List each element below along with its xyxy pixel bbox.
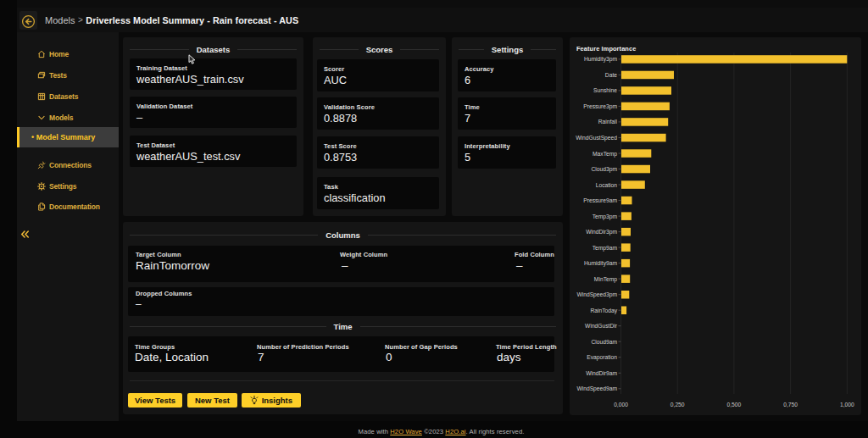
svg-text:WindDir3pm: WindDir3pm xyxy=(586,229,617,236)
svg-text:Location: Location xyxy=(596,182,618,188)
svg-text:Pressure9am: Pressure9am xyxy=(583,197,617,203)
svg-text:WindSpeed3pm: WindSpeed3pm xyxy=(576,291,617,298)
svg-text:Sunshine: Sunshine xyxy=(593,87,617,93)
svg-text:Pressure3pm: Pressure3pm xyxy=(583,103,617,110)
svg-text:WindSpeed9am: WindSpeed9am xyxy=(576,385,617,392)
svg-text:0,000: 0,000 xyxy=(614,402,628,408)
svg-text:Date: Date xyxy=(605,72,617,78)
svg-text:Humidity3pm: Humidity3pm xyxy=(584,56,617,63)
svg-text:MinTemp: MinTemp xyxy=(594,276,617,283)
svg-text:Feature Importance: Feature Importance xyxy=(576,45,636,53)
svg-text:0,250: 0,250 xyxy=(670,402,685,408)
svg-text:0,750: 0,750 xyxy=(783,402,798,408)
svg-text:Rainfall: Rainfall xyxy=(598,119,618,125)
svg-text:0,500: 0,500 xyxy=(727,402,742,408)
svg-text:Cloud3pm: Cloud3pm xyxy=(592,166,618,173)
svg-text:Temp9am: Temp9am xyxy=(593,245,618,252)
svg-text:Evaporation: Evaporation xyxy=(587,354,617,361)
svg-text:Humidity9am: Humidity9am xyxy=(584,260,617,267)
svg-text:WindDir9am: WindDir9am xyxy=(586,370,617,376)
svg-text:Temp3pm: Temp3pm xyxy=(593,213,618,220)
svg-text:Cloud9am: Cloud9am xyxy=(592,339,618,345)
svg-text:WindGustDir: WindGustDir xyxy=(585,323,618,329)
svg-text:WindGustSpeed: WindGustSpeed xyxy=(576,135,617,141)
svg-text:RainToday: RainToday xyxy=(590,308,617,314)
svg-text:1,000: 1,000 xyxy=(840,402,854,408)
svg-text:MaxTemp: MaxTemp xyxy=(593,151,617,158)
